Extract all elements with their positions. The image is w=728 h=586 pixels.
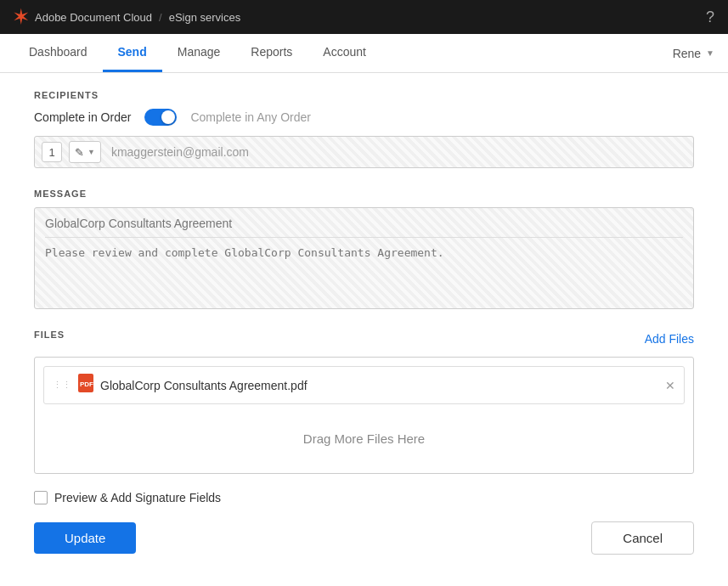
svg-text:PDF: PDF bbox=[80, 380, 93, 388]
toggle-knob bbox=[161, 110, 175, 124]
files-container: ⋮⋮ PDF GlobalCorp Consultants Agreement.… bbox=[34, 357, 694, 474]
drop-zone-label: Drag More Files Here bbox=[303, 431, 425, 446]
adobe-logo: ✶ bbox=[14, 7, 28, 27]
drag-handle-icon[interactable]: ⋮⋮ bbox=[53, 380, 71, 391]
file-name: GlobalCorp Consultants Agreement.pdf bbox=[100, 379, 658, 392]
user-menu[interactable]: Rene ▼ bbox=[673, 47, 714, 60]
recipient-role-selector[interactable]: ✎ ▼ bbox=[69, 141, 101, 163]
message-body-input[interactable] bbox=[45, 246, 683, 297]
button-row: Update Cancel bbox=[34, 521, 694, 555]
user-menu-chevron: ▼ bbox=[706, 48, 714, 58]
files-label: FILES bbox=[34, 330, 65, 340]
user-name: Rene bbox=[673, 47, 701, 60]
help-icon: ? bbox=[706, 8, 714, 25]
message-subject-input[interactable] bbox=[45, 217, 683, 238]
order-row: Complete in Order Complete in Any Order bbox=[34, 109, 694, 126]
file-close-button[interactable]: ✕ bbox=[665, 379, 675, 392]
files-section: FILES Add Files ⋮⋮ PDF GlobalCorp Consul… bbox=[34, 330, 694, 474]
message-label: MESSAGE bbox=[34, 189, 694, 199]
role-chevron-icon: ▼ bbox=[87, 148, 95, 156]
preview-checkbox-label: Preview & Add Signature Fields bbox=[54, 491, 221, 504]
help-button[interactable]: ? bbox=[706, 8, 714, 26]
pdf-icon: PDF bbox=[78, 374, 93, 397]
files-header: FILES Add Files bbox=[34, 330, 694, 348]
recipient-number: 1 bbox=[42, 142, 62, 162]
complete-any-order-label: Complete in Any Order bbox=[190, 110, 311, 124]
brand-separator: / bbox=[159, 11, 162, 24]
cancel-button[interactable]: Cancel bbox=[591, 521, 694, 555]
message-box bbox=[34, 207, 694, 309]
service-name: eSign services bbox=[169, 11, 241, 24]
nav-bar: Dashboard Send Manage Reports Account Re… bbox=[0, 34, 728, 73]
message-section: MESSAGE bbox=[34, 189, 694, 309]
recipients-label: RECIPIENTS bbox=[34, 90, 694, 100]
top-bar: ✶ Adobe Document Cloud / eSign services … bbox=[0, 0, 728, 34]
nav-item-account[interactable]: Account bbox=[308, 34, 381, 72]
add-files-link[interactable]: Add Files bbox=[645, 332, 694, 346]
recipient-row: 1 ✎ ▼ bbox=[34, 136, 694, 168]
main-content: RECIPIENTS Complete in Order Complete in… bbox=[0, 73, 728, 586]
update-button[interactable]: Update bbox=[34, 522, 136, 554]
brand-name: Adobe Document Cloud bbox=[35, 11, 152, 24]
nav-item-reports[interactable]: Reports bbox=[235, 34, 308, 72]
recipient-email-input[interactable] bbox=[108, 145, 686, 159]
nav-item-send[interactable]: Send bbox=[103, 34, 162, 72]
nav-item-manage[interactable]: Manage bbox=[162, 34, 236, 72]
recipients-section: RECIPIENTS Complete in Order Complete in… bbox=[34, 90, 694, 168]
brand-area: ✶ Adobe Document Cloud / eSign services bbox=[14, 7, 240, 27]
order-toggle[interactable] bbox=[144, 109, 177, 126]
file-item: ⋮⋮ PDF GlobalCorp Consultants Agreement.… bbox=[43, 366, 685, 404]
complete-in-order-label: Complete in Order bbox=[34, 110, 131, 124]
preview-checkbox[interactable] bbox=[34, 491, 48, 504]
nav-item-dashboard[interactable]: Dashboard bbox=[14, 34, 103, 72]
drop-zone[interactable]: Drag More Files Here bbox=[43, 413, 685, 465]
nav-items: Dashboard Send Manage Reports Account bbox=[14, 34, 381, 72]
preview-checkbox-row: Preview & Add Signature Fields bbox=[34, 491, 694, 504]
pen-icon: ✎ bbox=[75, 146, 84, 159]
